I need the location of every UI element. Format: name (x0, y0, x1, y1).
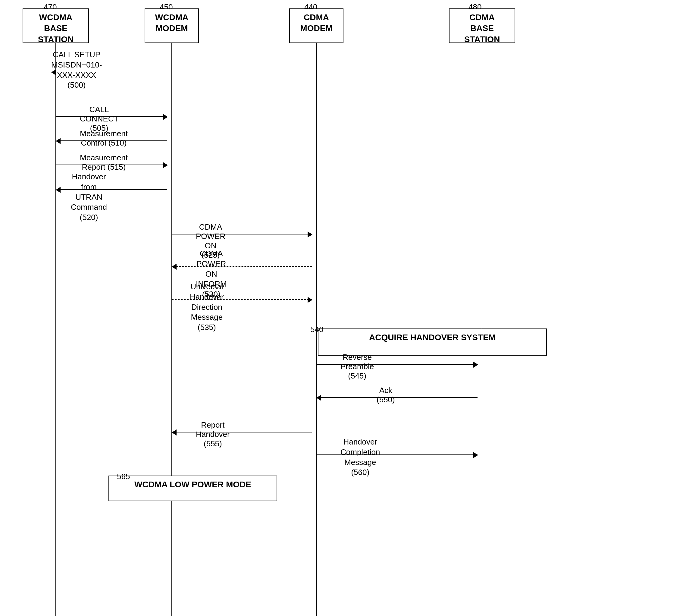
acquire-handover-system-box: ACQUIRE HANDOVER SYSTEM (318, 329, 547, 356)
ref-540: 540 (310, 325, 323, 334)
lifeline-wcdma-bs (55, 43, 56, 616)
entity-cdma-bs: CDMABASE STATION (449, 8, 515, 43)
lifeline-wcdma-modem (172, 43, 172, 616)
entity-wcdma-modem: WCDMAMODEM (144, 8, 199, 43)
wcdma-low-power-mode-box: WCDMA LOW POWER MODE (109, 476, 277, 501)
sequence-diagram: 470 450 440 480 WCDMABASE STATION WCDMAM… (0, 0, 683, 616)
entity-wcdma-bs: WCDMABASE STATION (23, 8, 89, 43)
entity-cdma-modem: CDMAMODEM (289, 8, 343, 43)
ref-565: 565 (117, 472, 130, 481)
